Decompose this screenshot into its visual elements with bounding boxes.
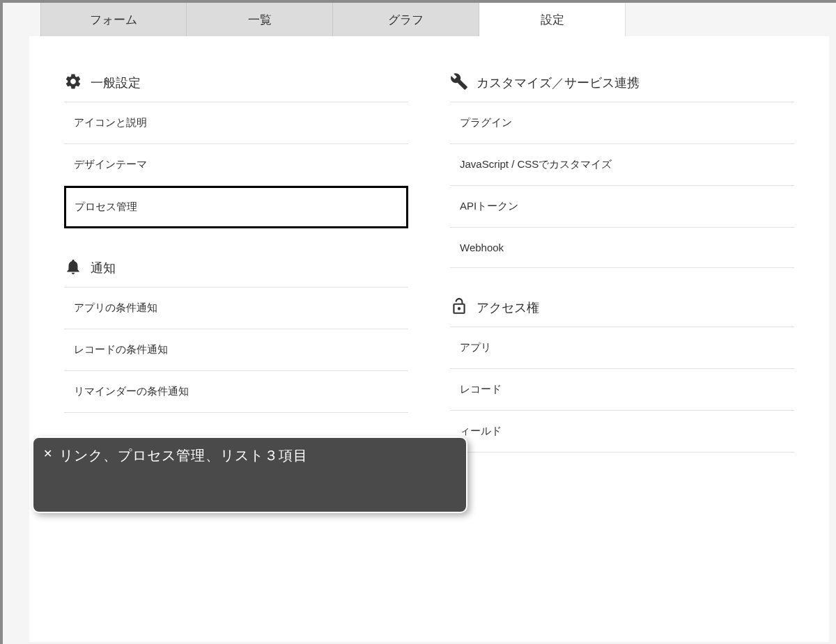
setting-app-condition-notify[interactable]: アプリの条件通知 — [64, 288, 408, 329]
left-column: 一般設定 アイコンと説明 デザインテーマ プロセス管理 通知 アプリの条件通知 … — [64, 64, 408, 453]
tab-list[interactable]: 一覧 — [187, 3, 333, 36]
wrench-icon — [450, 72, 468, 93]
setting-webhook[interactable]: Webhook — [450, 228, 794, 268]
close-icon[interactable]: ✕ — [43, 446, 52, 462]
setting-process-management[interactable]: プロセス管理 — [64, 186, 408, 228]
bell-icon — [64, 258, 82, 278]
right-column: カスタマイズ／サービス連携 プラグイン JavaScript / CSSでカスタ… — [450, 64, 794, 453]
section-header-customize: カスタマイズ／サービス連携 — [450, 64, 794, 102]
section-header-notification: 通知 — [64, 249, 408, 288]
section-title-general: 一般設定 — [91, 74, 141, 91]
toast-text: リンク、プロセス管理、リスト３項目 — [59, 446, 308, 464]
section-header-access: アクセス権 — [450, 289, 794, 327]
tab-form[interactable]: フォーム — [40, 3, 187, 36]
setting-plugin[interactable]: プラグイン — [450, 102, 794, 144]
tab-bar: フォーム 一覧 グラフ 設定 — [10, 3, 829, 36]
tab-graph[interactable]: グラフ — [333, 3, 479, 36]
settings-content: 一般設定 アイコンと説明 デザインテーマ プロセス管理 通知 アプリの条件通知 … — [29, 36, 829, 642]
section-title-customize: カスタマイズ／サービス連携 — [477, 74, 640, 91]
gear-icon — [64, 72, 82, 93]
tab-settings[interactable]: 設定 — [479, 3, 626, 36]
setting-icon-description[interactable]: アイコンと説明 — [64, 102, 408, 144]
setting-access-record[interactable]: レコード — [450, 369, 794, 411]
setting-access-field[interactable]: ィールド — [450, 411, 794, 453]
setting-access-app[interactable]: アプリ — [450, 327, 794, 369]
setting-api-token[interactable]: APIトークン — [450, 186, 794, 228]
lock-open-icon — [450, 297, 468, 318]
section-title-notification: 通知 — [91, 260, 116, 276]
screen-reader-toast: ✕ リンク、プロセス管理、リスト３項目 — [32, 437, 467, 513]
setting-record-condition-notify[interactable]: レコードの条件通知 — [64, 329, 408, 371]
section-title-access: アクセス権 — [477, 299, 539, 316]
setting-reminder-condition-notify[interactable]: リマインダーの条件通知 — [64, 371, 408, 413]
section-header-general: 一般設定 — [64, 64, 408, 102]
setting-js-css[interactable]: JavaScript / CSSでカスタマイズ — [450, 144, 794, 186]
setting-design-theme[interactable]: デザインテーマ — [64, 144, 408, 186]
